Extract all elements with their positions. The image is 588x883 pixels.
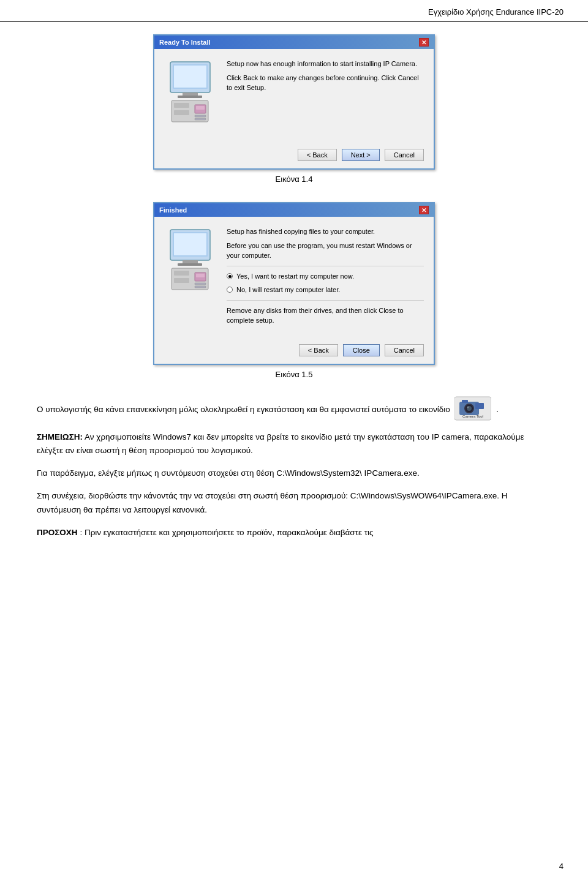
caption-1: Εικόνα 1.4 xyxy=(276,175,313,184)
radio-option-2: No, I will restart my computer later. xyxy=(227,285,424,295)
back-button-2[interactable]: < Back xyxy=(299,344,338,356)
dialog-buttons-2: < Back Close Cancel xyxy=(154,339,434,364)
close-button-1[interactable]: ✕ xyxy=(419,38,429,47)
svg-rect-7 xyxy=(174,110,189,115)
paragraph-2: ΣΗΜΕΙΩΣΗ: Αν χρησιμοποιείτε Windows7 και… xyxy=(37,430,551,459)
ready-to-install-dialog: Ready To Install ✕ xyxy=(153,34,435,170)
dialog-text-1: Setup now has enough information to star… xyxy=(227,59,424,69)
svg-rect-19 xyxy=(174,278,189,283)
page-number: 4 xyxy=(559,862,564,871)
svg-point-29 xyxy=(467,406,469,408)
dialog-text-area-1: Setup now has enough information to star… xyxy=(227,59,424,134)
svg-rect-6 xyxy=(174,103,189,108)
computer-illustration-1 xyxy=(164,59,219,132)
radio-option-1: Yes, I want to restart my computer now. xyxy=(227,271,424,282)
svg-rect-10 xyxy=(195,115,206,117)
svg-rect-21 xyxy=(196,274,205,277)
radio-yes-label: Yes, I want to restart my computer now. xyxy=(236,271,354,282)
svg-rect-30 xyxy=(475,403,484,409)
dialog-text-area-2: Setup has finished copying files to your… xyxy=(227,227,424,329)
dialog-text-4: Before you can use the program, you must… xyxy=(227,241,424,261)
header-title: Εγχειρίδιο Χρήσης Endurance IIPC-20 xyxy=(428,7,564,17)
dialog-titlebar-2: Finished ✕ xyxy=(154,203,434,217)
paragraph-1-end: . xyxy=(496,404,499,413)
dialog-titlebar-1: Ready To Install ✕ xyxy=(154,36,434,49)
radio-no[interactable] xyxy=(227,287,233,293)
paragraph-1-text: Ο υπολογιστής θα κάνει επανεκκίνηση μόλι… xyxy=(37,404,450,413)
camera-tool-icon: Camera Tool xyxy=(454,396,491,421)
close-button-dialog[interactable]: Close xyxy=(343,344,380,356)
svg-rect-18 xyxy=(174,271,189,276)
caution-label: ΠΡΟΣΟΧΗ xyxy=(37,528,78,537)
computer-icon-area-2 xyxy=(164,227,219,329)
svg-rect-14 xyxy=(174,233,206,255)
svg-rect-15 xyxy=(183,260,198,263)
dialog-title-1: Ready To Install xyxy=(159,39,211,46)
dialog-buttons-1: < Back Next > Cancel xyxy=(154,144,434,168)
computer-icon-area-1 xyxy=(164,59,219,134)
dialog-body-2: Setup has finished copying files to your… xyxy=(154,217,434,339)
computer-illustration-2 xyxy=(164,227,219,300)
svg-rect-2 xyxy=(174,66,206,88)
cancel-button-2[interactable]: Cancel xyxy=(385,344,424,356)
svg-rect-4 xyxy=(178,96,202,98)
caption-2: Εικόνα 1.5 xyxy=(276,370,313,379)
dialog-text-3: Setup has finished copying files to your… xyxy=(227,227,424,237)
dialog-text-5: Remove any disks from their drives, and … xyxy=(227,306,424,326)
note-label: ΣΗΜΕΙΩΣΗ: xyxy=(37,432,83,441)
svg-rect-16 xyxy=(178,263,202,266)
content-area: Ready To Install ✕ xyxy=(0,34,588,573)
dialog-text-2: Click Back to make any changes before co… xyxy=(227,73,424,93)
close-button-2[interactable]: ✕ xyxy=(419,206,429,214)
radio-no-label: No, I will restart my computer later. xyxy=(236,285,340,295)
next-button-1[interactable]: Next > xyxy=(342,149,380,161)
note-text: Αν χρησιμοποιείτε Windows7 και δεν μπορε… xyxy=(37,432,524,456)
figure-1-4-container: Ready To Install ✕ xyxy=(37,34,551,196)
camera-tool-svg: Camera Tool xyxy=(454,396,491,421)
paragraph-4: Στη συνέχεια, διορθώστε την κάνοντάς την… xyxy=(37,489,551,517)
dialog-body-1: Setup now has enough information to star… xyxy=(154,49,434,144)
svg-rect-3 xyxy=(183,92,198,96)
svg-text:Camera Tool: Camera Tool xyxy=(463,415,484,418)
svg-rect-11 xyxy=(195,118,206,120)
svg-rect-31 xyxy=(462,400,468,403)
paragraph-5: ΠΡΟΣΟΧΗ : Πριν εγκαταστήσετε και χρησιμο… xyxy=(37,526,551,540)
page-header: Εγχειρίδιο Χρήσης Endurance IIPC-20 xyxy=(0,0,588,22)
cancel-button-1[interactable]: Cancel xyxy=(385,149,424,161)
paragraph-1: Ο υπολογιστής θα κάνει επανεκκίνηση μόλι… xyxy=(37,397,551,422)
caution-text: : Πριν εγκαταστήσετε και χρησιμοποιήσετε… xyxy=(80,528,373,537)
dialog-title-2: Finished xyxy=(159,206,187,214)
svg-rect-22 xyxy=(195,283,206,285)
radio-yes[interactable] xyxy=(227,273,233,279)
back-button-1[interactable]: < Back xyxy=(298,149,337,161)
svg-rect-9 xyxy=(196,106,205,110)
finished-dialog: Finished ✕ xyxy=(153,202,435,365)
paragraph-3: Για παράδειγμα, ελέγξτε μήπως η συντόμευ… xyxy=(37,467,551,481)
figure-1-5-container: Finished ✕ xyxy=(37,202,551,391)
svg-rect-23 xyxy=(195,286,206,288)
